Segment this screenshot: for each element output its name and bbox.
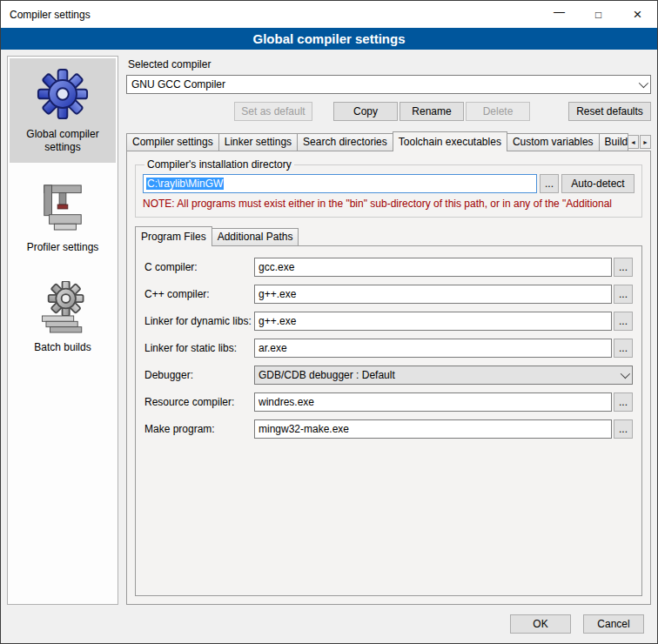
cpp-compiler-row: C++ compiler: ... [144,285,633,304]
tab-scroll-right-icon[interactable]: ► [640,135,651,149]
linker-dynamic-label: Linker for dynamic libs: [144,315,254,327]
cancel-button[interactable]: Cancel [583,614,644,634]
tab-scroll-arrows: ◄ ► [628,135,651,149]
tab-compiler-settings[interactable]: Compiler settings [126,133,219,151]
tab-custom-variables[interactable]: Custom variables [507,133,600,151]
delete-button[interactable]: Delete [466,102,530,121]
selected-compiler-label: Selected compiler [128,58,651,70]
resource-compiler-label: Resource compiler: [144,396,254,408]
close-icon[interactable]: × [618,1,657,28]
resource-compiler-input[interactable] [254,392,612,412]
c-compiler-browse-button[interactable]: ... [614,258,633,277]
cpp-compiler-input[interactable] [254,285,612,304]
selected-compiler-value: GNU GCC Compiler [131,78,634,91]
rename-button[interactable]: Rename [400,102,464,121]
linker-static-label: Linker for static libs: [144,342,254,354]
compiler-settings-window: Compiler settings — □ × Global compiler … [0,0,658,644]
selected-compiler-dropdown[interactable]: GNU GCC Compiler [126,75,651,94]
linker-dynamic-input[interactable] [254,312,612,331]
tab-scroll-left-icon[interactable]: ◄ [628,135,639,149]
tab-linker-settings[interactable]: Linker settings [218,133,298,151]
c-compiler-input[interactable] [254,258,612,277]
debugger-dropdown[interactable]: GDB/CDB debugger : Default [254,366,633,385]
sidebar-item-label: Global compiler settings [11,128,114,154]
main-panel: Selected compiler GNU GCC Compiler Set a… [126,56,651,605]
cpp-compiler-label: C++ compiler: [144,288,254,300]
make-program-row: Make program: ... [144,419,633,439]
ok-button[interactable]: OK [510,614,571,634]
linker-static-input[interactable] [254,339,612,358]
auto-detect-button[interactable]: Auto-detect [561,174,634,193]
make-program-label: Make program: [144,423,254,435]
set-as-default-button[interactable]: Set as default [234,102,312,121]
dialog-banner: Global compiler settings [1,28,657,50]
program-files-panel: C compiler: ... C++ compiler: ... Linker… [135,245,642,596]
dialog-footer: OK Cancel [1,608,657,643]
chevron-down-icon [634,76,650,93]
installation-directory-input[interactable]: C:\raylib\MinGW [143,174,537,193]
browse-directory-button[interactable]: ... [540,174,559,193]
titlebar: Compiler settings — □ × [1,1,657,28]
resource-compiler-row: Resource compiler: ... [144,392,633,412]
linker-static-row: Linker for static libs: ... [144,339,633,358]
window-title: Compiler settings [1,1,540,28]
installation-directory-group: Compiler's installation directory C:\ray… [135,158,642,218]
tab-toolchain-executables[interactable]: Toolchain executables [393,131,507,151]
make-program-input[interactable] [254,419,612,439]
debugger-label: Debugger: [144,369,254,381]
installation-directory-title: Compiler's installation directory [144,158,294,171]
gear-blue-icon [11,65,114,123]
toolchain-executables-panel: Compiler's installation directory C:\ray… [126,151,651,605]
tab-additional-paths[interactable]: Additional Paths [212,228,299,245]
gear-gray-stack-icon [11,278,114,336]
sidebar-item-label: Batch builds [11,341,114,354]
resource-compiler-browse-button[interactable]: ... [614,392,633,412]
profiler-clamp-icon [11,178,114,236]
bin-subdirectory-note: NOTE: All programs must exist either in … [143,198,634,210]
sidebar-item-global-compiler-settings[interactable]: Global compiler settings [10,58,116,163]
linker-dynamic-browse-button[interactable]: ... [614,312,633,331]
sidebar-item-batch-builds[interactable]: Batch builds [10,272,116,363]
tab-build[interactable]: Build [599,133,628,151]
compiler-actions-row: Set as default Copy Rename Delete Reset … [126,102,651,121]
maximize-icon[interactable]: □ [579,1,618,28]
debugger-value: GDB/CDB debugger : Default [258,369,616,381]
settings-category-sidebar: Global compiler settings Profiler settin… [7,56,118,605]
linker-dynamic-row: Linker for dynamic libs: ... [144,312,633,331]
chevron-down-icon [616,366,632,384]
copy-button[interactable]: Copy [333,102,398,121]
minimize-icon[interactable]: — [540,1,579,28]
tab-search-directories[interactable]: Search directories [297,133,393,151]
tab-program-files[interactable]: Program Files [135,226,212,246]
make-program-browse-button[interactable]: ... [614,419,633,439]
installation-directory-row: C:\raylib\MinGW ... Auto-detect [143,174,634,193]
programs-tabbar: Program Files Additional Paths [135,226,642,245]
c-compiler-row: C compiler: ... [144,258,633,277]
dialog-body: Global compiler settings Profiler settin… [1,50,657,608]
cpp-compiler-browse-button[interactable]: ... [614,285,633,304]
installation-directory-value: C:\raylib\MinGW [146,178,224,190]
reset-defaults-button[interactable]: Reset defaults [568,102,651,121]
linker-static-browse-button[interactable]: ... [614,339,633,358]
debugger-row: Debugger: GDB/CDB debugger : Default [144,366,633,385]
sidebar-item-profiler-settings[interactable]: Profiler settings [10,171,116,263]
sidebar-item-label: Profiler settings [11,241,114,254]
c-compiler-label: C compiler: [144,261,254,273]
settings-tabbar: Compiler settings Linker settings Search… [126,131,651,151]
